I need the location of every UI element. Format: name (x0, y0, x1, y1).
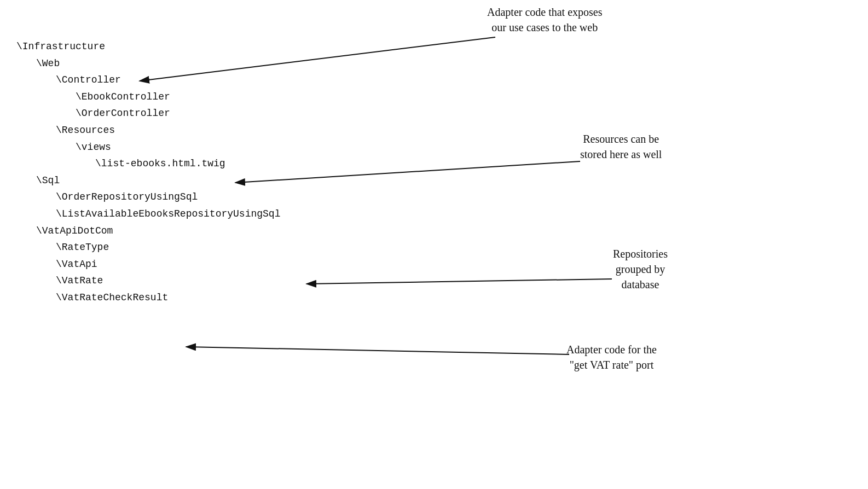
tree-line-listrepo: \ListAvailableEbooksRepositoryUsingSql (56, 206, 280, 223)
tree-line-ordercontroller: \OrderController (76, 105, 280, 122)
tree-line-twig: \list-ebooks.html.twig (95, 155, 280, 172)
arrow-repositories (306, 279, 612, 284)
annotation-vat-adapter: Adapter code for the "get VAT rate" port (566, 342, 657, 372)
tree-line-vatapi: \VatApi (56, 256, 280, 273)
tree-line-views: \views (76, 139, 280, 156)
tree-line-controller: \Controller (56, 72, 280, 89)
code-tree: \Infrastructure \Web \Controller \EbookC… (16, 38, 280, 306)
annotation-resources: Resources can be stored here as well (580, 131, 662, 162)
annotation-repositories: Repositories grouped by database (613, 246, 668, 292)
tree-line-infrastructure: \Infrastructure (16, 38, 280, 55)
tree-line-sql: \Sql (36, 172, 280, 189)
tree-line-vatapidotcom: \VatApiDotCom (36, 223, 280, 240)
tree-line-ebookcontroller: \EbookController (76, 89, 280, 106)
tree-line-orderrepo: \OrderRepositoryUsingSql (56, 189, 280, 206)
tree-line-vatrate: \VatRate (56, 272, 280, 289)
tree-line-ratetype: \RateType (56, 239, 280, 256)
tree-line-resources: \Resources (56, 122, 280, 139)
tree-line-vatratecheck: \VatRateCheckResult (56, 289, 280, 306)
arrow-resources (235, 161, 580, 183)
annotation-adapter-web: Adapter code that exposes our use cases … (487, 4, 602, 35)
arrow-vat-adapter (186, 347, 569, 354)
tree-line-web: \Web (36, 55, 280, 72)
